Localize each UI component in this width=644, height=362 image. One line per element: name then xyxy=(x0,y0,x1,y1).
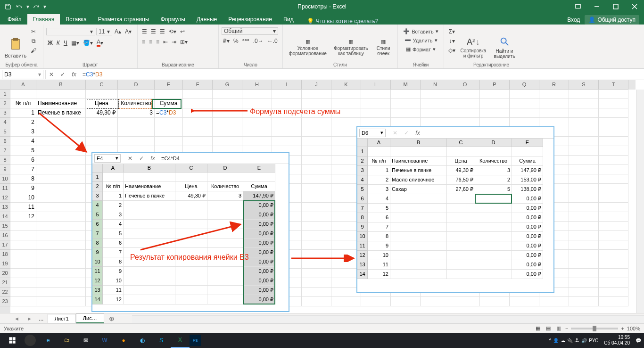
cell[interactable] xyxy=(475,260,512,270)
col-header[interactable]: M xyxy=(391,80,421,90)
cell[interactable] xyxy=(175,173,207,182)
cell[interactable]: 7 xyxy=(10,165,36,174)
cell[interactable] xyxy=(302,231,331,240)
tab-file[interactable]: Файл xyxy=(2,14,27,25)
cell[interactable]: Печенье в пачке xyxy=(390,166,447,175)
cell[interactable] xyxy=(302,99,331,108)
cell[interactable]: № п/п xyxy=(368,156,390,166)
cell[interactable] xyxy=(175,239,207,248)
add-sheet-icon[interactable]: ⊕ xyxy=(104,315,119,322)
cell[interactable] xyxy=(599,174,628,184)
cell[interactable] xyxy=(36,240,86,250)
row-header[interactable]: 21 xyxy=(0,278,10,288)
cell[interactable] xyxy=(213,99,242,108)
taskbar-firefox-icon[interactable]: ● xyxy=(114,333,133,348)
cell[interactable] xyxy=(539,90,569,99)
cell[interactable] xyxy=(421,90,450,99)
cell[interactable] xyxy=(175,220,207,229)
cell[interactable]: 3 xyxy=(103,210,124,220)
row-header[interactable]: 4 xyxy=(357,175,368,185)
cell[interactable] xyxy=(36,90,86,99)
cell[interactable] xyxy=(242,99,272,108)
cell[interactable] xyxy=(447,213,475,222)
row-header[interactable]: 1 xyxy=(92,173,103,182)
cell[interactable] xyxy=(599,99,628,108)
cell[interactable] xyxy=(302,193,331,203)
cell[interactable] xyxy=(512,147,543,156)
cell[interactable] xyxy=(207,286,243,295)
cell[interactable] xyxy=(86,137,118,146)
align-middle-icon[interactable]: ☰ xyxy=(149,27,157,36)
row-header[interactable]: 5 xyxy=(0,127,10,137)
cell[interactable]: 153,00 ₽ xyxy=(512,175,543,185)
cell[interactable]: 10 xyxy=(103,276,124,286)
currency-icon[interactable]: ₽▾ xyxy=(222,37,231,45)
col-header[interactable]: A xyxy=(10,80,36,90)
cell[interactable] xyxy=(475,232,512,241)
row-header[interactable]: 9 xyxy=(357,222,368,232)
cell[interactable] xyxy=(302,269,331,278)
cell[interactable]: Количество xyxy=(118,99,155,108)
font-color-icon[interactable]: A▾ xyxy=(95,38,105,48)
cell[interactable]: 0,00 ₽ xyxy=(512,222,543,232)
cell[interactable] xyxy=(175,276,207,286)
cell[interactable] xyxy=(390,270,447,279)
cell[interactable] xyxy=(207,295,243,304)
share-button[interactable]: 👤 Общий доступ xyxy=(585,15,639,25)
cell[interactable] xyxy=(207,220,243,229)
cell[interactable] xyxy=(86,127,118,137)
tab-layout[interactable]: Разметка страницы xyxy=(92,14,155,25)
cell[interactable] xyxy=(302,174,331,184)
fill-color-icon[interactable]: 🪣▾ xyxy=(82,38,94,48)
row-header[interactable]: 8 xyxy=(357,213,368,222)
cell[interactable]: Цена xyxy=(86,99,118,108)
cell[interactable] xyxy=(569,222,599,231)
increase-font-icon[interactable]: A▴ xyxy=(113,27,123,36)
cell[interactable] xyxy=(569,127,599,137)
cell[interactable] xyxy=(175,295,207,304)
row-header[interactable]: 7 xyxy=(0,146,10,156)
inset2-fx-icon[interactable]: fx xyxy=(412,128,423,138)
cell[interactable] xyxy=(36,259,86,269)
cell[interactable] xyxy=(272,137,302,146)
cell[interactable] xyxy=(599,297,628,306)
cell[interactable] xyxy=(124,173,175,182)
cell[interactable] xyxy=(475,222,512,232)
cell[interactable] xyxy=(421,108,450,118)
align-right-icon[interactable]: ≡ xyxy=(155,38,161,46)
cell[interactable] xyxy=(10,240,36,250)
cell[interactable] xyxy=(391,99,421,108)
cell[interactable] xyxy=(36,118,86,127)
cell[interactable] xyxy=(599,156,628,165)
tab-insert[interactable]: Вставка xyxy=(60,14,92,25)
cell[interactable] xyxy=(475,194,512,204)
cell[interactable]: 1 xyxy=(10,108,36,118)
col-header[interactable]: C xyxy=(86,80,118,90)
decrease-font-icon[interactable]: A▾ xyxy=(124,27,133,36)
sheet-tab-1[interactable]: Лист1 xyxy=(48,314,76,323)
percent-icon[interactable]: % xyxy=(232,37,240,45)
align-top-icon[interactable]: ☰ xyxy=(140,27,149,36)
cell[interactable] xyxy=(569,231,599,240)
cell[interactable] xyxy=(302,222,331,231)
tray-clock[interactable]: 10:55 Сб 04.04.20 xyxy=(600,335,634,346)
cell[interactable] xyxy=(390,260,447,270)
row-header[interactable]: 3 xyxy=(357,166,368,175)
cell[interactable]: =C3*D3 xyxy=(155,108,183,118)
inset1-fx-icon[interactable]: fx xyxy=(147,154,158,163)
cell[interactable] xyxy=(10,278,36,288)
formula-input[interactable]: =C3*D3 xyxy=(80,71,644,78)
cell[interactable] xyxy=(242,108,272,118)
cell[interactable] xyxy=(599,231,628,240)
fx-icon[interactable]: fx xyxy=(68,70,80,79)
cell[interactable] xyxy=(599,165,628,174)
cell[interactable] xyxy=(361,108,391,118)
cell[interactable] xyxy=(175,229,207,239)
cell[interactable] xyxy=(569,297,599,306)
cell[interactable] xyxy=(599,184,628,193)
cell[interactable]: 5 xyxy=(103,229,124,239)
cell[interactable] xyxy=(569,165,599,174)
cell[interactable] xyxy=(599,222,628,231)
font-family-select[interactable]: ▾ xyxy=(46,28,95,35)
col-header[interactable]: K xyxy=(331,80,361,90)
